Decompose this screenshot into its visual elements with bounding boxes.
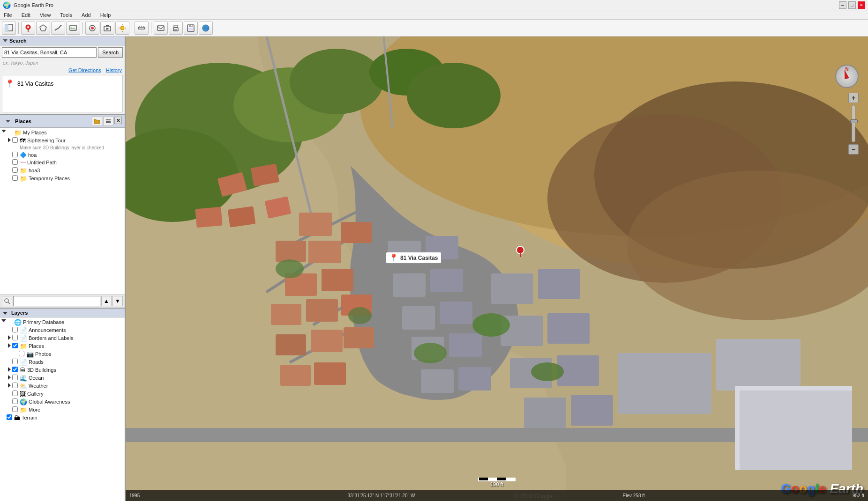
places-layer-label: Places — [29, 343, 44, 349]
tree-item-more[interactable]: 📁 More — [0, 406, 125, 414]
toolbar-email-button[interactable] — [154, 22, 168, 35]
photos-checkbox[interactable] — [19, 351, 25, 357]
sightseeing-tour-checkbox[interactable] — [12, 137, 19, 144]
tree-item-borders[interactable]: 📄 Borders and Labels — [0, 334, 125, 342]
global-awareness-check[interactable] — [12, 398, 18, 404]
maximize-button[interactable]: □ — [848, 1, 856, 9]
tree-item-photos[interactable]: 📷 Photos — [0, 350, 125, 358]
places-layer-checkbox[interactable] — [12, 343, 19, 349]
temporary-places-checkbox[interactable] — [12, 175, 19, 182]
places-nav-down-button[interactable]: ▼ — [112, 296, 123, 306]
hoa-check[interactable] — [12, 152, 18, 157]
tree-item-my-places[interactable]: 📁 My Places — [0, 129, 125, 137]
tree-item-terrain[interactable]: 🏔 Terrain — [0, 414, 125, 422]
ocean-checkbox[interactable] — [12, 375, 19, 381]
tree-item-weather[interactable]: ⛅ Weather — [0, 382, 125, 390]
search-button[interactable]: Search — [98, 47, 123, 58]
svg-rect-90 — [618, 353, 711, 414]
status-eye: 952 ft — [853, 493, 864, 498]
tree-item-hoa[interactable]: 🔷 hoa — [0, 151, 125, 159]
terrain-checkbox[interactable] — [7, 414, 13, 421]
3d-buildings-check[interactable] — [12, 367, 18, 372]
toolbar-save-image-button[interactable] — [184, 22, 198, 35]
tree-item-global-awareness[interactable]: 🌍 Global Awareness — [0, 398, 125, 406]
places-list-view-button[interactable] — [103, 117, 113, 126]
gallery-check[interactable] — [12, 390, 18, 396]
toolbar-record-button[interactable] — [85, 22, 99, 35]
announcements-checkbox[interactable] — [12, 327, 19, 333]
more-checkbox[interactable] — [12, 406, 19, 413]
weather-checkbox[interactable] — [12, 383, 19, 389]
toolbar-earth-view-button[interactable] — [199, 22, 213, 35]
gallery-checkbox[interactable] — [12, 390, 19, 397]
toolbar-photo-button[interactable] — [100, 22, 114, 35]
search-results: 📍 81 Via Casitas — [2, 75, 123, 112]
borders-check[interactable] — [12, 335, 18, 340]
global-awareness-checkbox[interactable] — [12, 398, 19, 405]
toolbar-measure-button[interactable] — [135, 22, 149, 35]
toolbar-map-button[interactable] — [2, 22, 16, 35]
borders-checkbox[interactable] — [12, 335, 19, 341]
more-check[interactable] — [12, 406, 18, 412]
search-input[interactable] — [2, 47, 97, 58]
hoa3-checkbox[interactable] — [12, 167, 19, 174]
tree-item-gallery[interactable]: 🖼 Gallery — [0, 390, 125, 398]
3d-buildings-arrow — [7, 367, 12, 372]
ocean-check[interactable] — [12, 375, 18, 380]
places-new-folder-button[interactable] — [92, 117, 102, 126]
gallery-label: Gallery — [27, 390, 44, 397]
menu-help[interactable]: Help — [98, 11, 113, 19]
tree-item-hoa3[interactable]: 📁 hoa3 — [0, 167, 125, 175]
tree-item-untitled-path[interactable]: 〰 Untitled Path — [0, 159, 125, 167]
places-nav-up-button[interactable]: ▲ — [101, 296, 112, 306]
announcements-check[interactable] — [12, 327, 18, 332]
places-layer-check[interactable] — [12, 343, 18, 348]
zoom-in-button[interactable]: + — [848, 93, 859, 103]
search-result-item[interactable]: 📍 81 Via Casitas — [4, 77, 120, 90]
hoa3-check[interactable] — [12, 167, 18, 173]
minimize-button[interactable]: ─ — [839, 1, 846, 9]
tree-item-3d-buildings[interactable]: 🏛 3D Buildings — [0, 366, 125, 374]
tree-item-places-layer[interactable]: 📁 Places — [0, 342, 125, 350]
untitled-path-check[interactable] — [12, 159, 18, 165]
zoom-slider-track[interactable] — [852, 105, 855, 142]
roads-checkbox[interactable] — [12, 359, 19, 365]
tree-item-announcements[interactable]: 📄 Announcements — [0, 326, 125, 334]
toolbar-overlay-button[interactable] — [66, 22, 80, 35]
get-directions-link[interactable]: Get Directions — [68, 67, 101, 73]
toolbar-print-button[interactable] — [169, 22, 183, 35]
menu-file[interactable]: File — [2, 11, 14, 19]
weather-check[interactable] — [12, 383, 18, 388]
untitled-path-checkbox[interactable] — [12, 159, 19, 166]
menu-edit[interactable]: Edit — [20, 11, 32, 19]
tree-item-roads[interactable]: 📄 Roads — [0, 358, 125, 366]
3d-buildings-checkbox[interactable] — [12, 367, 19, 373]
menu-bar: File Edit View Tools Add Help — [0, 10, 868, 20]
roads-check[interactable] — [12, 359, 18, 364]
photos-check[interactable] — [19, 351, 24, 356]
tree-item-temporary-places[interactable]: 📁 Temporary Places — [0, 175, 125, 183]
menu-add[interactable]: Add — [80, 11, 93, 19]
history-link[interactable]: History — [106, 67, 122, 73]
menu-view[interactable]: View — [38, 11, 53, 19]
map-area[interactable]: © 2020 Google 📍 81 Via Casitas N + − — [126, 37, 868, 501]
zoom-out-button[interactable]: − — [848, 144, 859, 155]
places-search-input[interactable] — [13, 296, 100, 306]
terrain-check[interactable] — [7, 414, 12, 420]
temporary-places-check[interactable] — [12, 175, 18, 181]
zoom-slider-thumb[interactable] — [850, 119, 858, 123]
toolbar-sunlight-button[interactable] — [115, 22, 129, 35]
places-search-icon-button[interactable] — [2, 296, 12, 306]
close-button[interactable]: ✕ — [858, 1, 865, 9]
menu-tools[interactable]: Tools — [58, 11, 74, 19]
hoa-checkbox[interactable] — [12, 152, 19, 158]
toolbar-polygon-button[interactable] — [36, 22, 50, 35]
toolbar-path-button[interactable] — [51, 22, 65, 35]
tree-item-sightseeing-tour[interactable]: 🗺 Sightseeing Tour — [0, 137, 125, 145]
toolbar-placemark-button[interactable] — [21, 22, 35, 35]
tree-item-primary-db[interactable]: 🌐 Primary Database — [0, 318, 125, 326]
tree-item-ocean[interactable]: 🌊 Ocean — [0, 374, 125, 382]
sightseeing-tour-check[interactable] — [12, 137, 18, 143]
compass[interactable]: N — [835, 65, 859, 88]
places-close-button[interactable]: ✕ — [114, 117, 122, 124]
